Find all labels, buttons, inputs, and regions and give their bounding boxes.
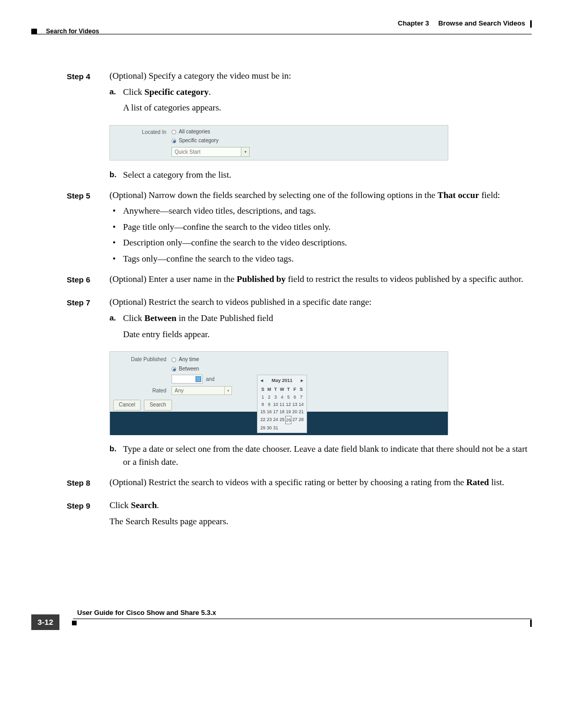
step-8-body: (Optional) Restrict the search to videos… — [109, 476, 532, 492]
section-title: Search for Videos — [46, 28, 99, 35]
calendar-day[interactable]: 4 — [279, 393, 285, 401]
button-row: Cancel Search — [113, 400, 174, 411]
chevron-down-icon: ▾ — [224, 387, 231, 394]
calendar-day[interactable]: 19 — [285, 408, 291, 415]
calendar-day[interactable]: 22 — [260, 416, 266, 424]
step-9-body: Click Search. The Search Results page ap… — [109, 499, 532, 531]
footer-rule — [73, 619, 532, 619]
calendar-day[interactable]: 21 — [298, 408, 304, 415]
calendar-day[interactable]: 1 — [260, 393, 266, 401]
step-4-a-marker: a. — [109, 86, 123, 118]
calendar-day[interactable]: 7 — [298, 393, 304, 401]
opt-between[interactable]: Between — [172, 365, 199, 373]
header-left: Search for Videos — [31, 27, 99, 36]
opt-specific-category[interactable]: Specific category — [172, 137, 218, 145]
step-6-body: (Optional) Enter a user name in the Publ… — [109, 273, 532, 289]
step-7-label: Step 7 — [67, 296, 109, 344]
calendar-day[interactable]: 17 — [273, 408, 279, 415]
calendar-day[interactable]: 3 — [273, 393, 279, 401]
step-4-b-marker: b. — [109, 169, 123, 182]
calendar-day[interactable]: 12 — [285, 401, 291, 408]
calendar-icon — [195, 376, 201, 382]
calendar-day-selected[interactable]: 26 — [285, 416, 291, 424]
calendar-day[interactable]: 25 — [279, 416, 285, 424]
header-bar-icon — [530, 20, 532, 28]
step-7-b: b. Type a date or select one from the da… — [109, 443, 532, 468]
step-4-a-body: Click Specific category. A list of categ… — [123, 86, 532, 118]
radio-off-icon — [172, 357, 176, 362]
step-4-a: a. Click Specific category. A list of ca… — [109, 86, 532, 118]
step-9: Step 9 Click Search. The Search Results … — [67, 499, 532, 531]
opt-all-categories[interactable]: All categories — [172, 128, 218, 136]
and-label: and — [206, 376, 215, 384]
calendar-day[interactable]: 24 — [273, 416, 279, 424]
cancel-button[interactable]: Cancel — [113, 400, 141, 411]
step-6: Step 6 (Optional) Enter a user name in t… — [67, 273, 532, 289]
calendar-day[interactable]: 9 — [266, 401, 272, 408]
located-in-options: All categories Specific category — [172, 128, 218, 146]
date-published-label: Date Published — [131, 356, 166, 364]
step-7b-row: b. Type a date or select one from the da… — [67, 440, 532, 468]
step-5-bullet-2: •Description only—confine the search to … — [109, 237, 532, 250]
calendar-day[interactable] — [279, 424, 285, 431]
step-4: Step 4 (Optional) Specify a category the… — [67, 70, 532, 118]
date-from-input[interactable] — [172, 375, 203, 384]
rated-label: Rated — [152, 387, 166, 395]
located-in-label: Located In — [142, 129, 166, 137]
step-5-bullet-0: •Anywhere—search video titles, descripti… — [109, 205, 532, 218]
step-4-b-body: Select a category from the list. — [123, 169, 532, 182]
prev-month-icon[interactable]: ◂ — [261, 377, 263, 384]
search-button[interactable]: Search — [144, 400, 172, 411]
footer-guide-title: User Guide for Cisco Show and Share 5.3.… — [77, 608, 216, 618]
step-4-intro: (Optional) Specify a category the video … — [109, 70, 532, 83]
step-4-label: Step 4 — [67, 70, 109, 118]
calendar-day[interactable]: 29 — [260, 424, 266, 431]
calendar-day[interactable]: 14 — [298, 401, 304, 408]
step-4-body: (Optional) Specify a category the video … — [109, 70, 532, 118]
calendar-day[interactable] — [291, 424, 298, 431]
header-square-icon — [31, 29, 37, 34]
calendar-day[interactable] — [285, 424, 291, 431]
calendar-day[interactable]: 28 — [298, 416, 304, 424]
page-footer: User Guide for Cisco Show and Share 5.3.… — [31, 619, 532, 639]
main-content: Step 4 (Optional) Specify a category the… — [67, 63, 532, 532]
calendar-day[interactable]: 2 — [266, 393, 272, 401]
step-5-bullet-1: •Page title only—confine the search to t… — [109, 221, 532, 234]
step-5: Step 5 (Optional) Narrow down the fields… — [67, 189, 532, 266]
radio-on-icon — [172, 367, 176, 372]
calendar-day[interactable]: 30 — [266, 424, 272, 431]
step-7-body: (Optional) Restrict the search to videos… — [109, 296, 532, 344]
calendar-day[interactable]: 27 — [291, 416, 298, 424]
calendar-day[interactable] — [298, 424, 304, 431]
calendar-day[interactable]: 8 — [260, 401, 266, 408]
calendar-day[interactable]: 5 — [285, 393, 291, 401]
chapter-title: Browse and Search Videos — [438, 19, 525, 27]
calendar-day[interactable]: 31 — [273, 424, 279, 431]
calendar-day[interactable]: 10 — [273, 401, 279, 408]
date-options: Any time Between — [172, 356, 199, 374]
step-5-label: Step 5 — [67, 189, 109, 266]
radio-on-icon — [172, 139, 176, 143]
step-5-bullet-3: •Tags only—confine the search to the vid… — [109, 253, 532, 266]
step-4-b: b. Select a category from the list. — [109, 169, 532, 182]
rated-dropdown[interactable]: Any ▾ — [172, 386, 232, 395]
opt-any-time[interactable]: Any time — [172, 356, 199, 364]
step-6-label: Step 6 — [67, 273, 109, 289]
calendar-day[interactable]: 20 — [291, 408, 298, 415]
calendar-day[interactable]: 16 — [266, 408, 272, 415]
calendar-day[interactable]: 18 — [279, 408, 285, 415]
calendar-header: ◂ May 2011 ▸ — [260, 377, 304, 384]
calendar-day[interactable]: 6 — [291, 393, 298, 401]
next-month-icon[interactable]: ▸ — [301, 377, 303, 384]
radio-off-icon — [172, 130, 176, 134]
chevron-down-icon: ▾ — [241, 147, 249, 156]
date-picker[interactable]: ◂ May 2011 ▸ S M T W T F S 1 2 3 4 5 6 7… — [257, 375, 307, 433]
category-dropdown[interactable]: Quick Start ▾ — [172, 147, 250, 157]
calendar-day[interactable]: 23 — [266, 416, 272, 424]
calendar-day[interactable]: 13 — [291, 401, 298, 408]
footer-square-icon — [72, 621, 77, 625]
step-5-body: (Optional) Narrow down the fields search… — [109, 189, 532, 266]
calendar-day[interactable]: 11 — [279, 401, 285, 408]
screenshot-located-in: Located In All categories Specific categ… — [109, 125, 448, 161]
calendar-day[interactable]: 15 — [260, 408, 266, 415]
